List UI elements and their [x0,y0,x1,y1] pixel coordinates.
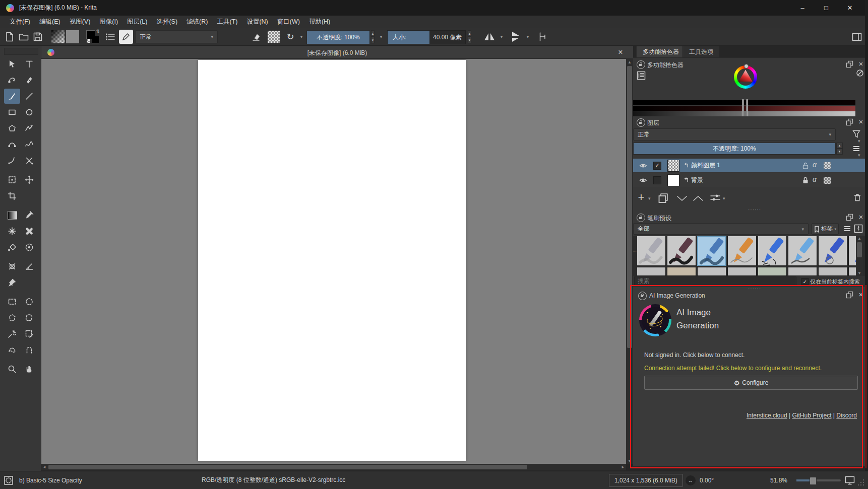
scroll-down-icon[interactable]: ▼ [626,458,633,464]
splitter-handle[interactable] [748,285,761,292]
tool-polygon-select[interactable] [4,310,20,325]
configure-button[interactable]: ⚙ Configure [644,376,858,390]
vscroll-thumb[interactable] [627,66,632,348]
tool-line[interactable] [21,89,37,104]
size-slider[interactable]: 大小: 40.00 像素 [387,30,466,44]
tool-smart-patch[interactable] [21,224,37,239]
layer-opacity-slider[interactable]: 不透明度: 100% [633,143,836,155]
canvas-close-icon[interactable]: × [615,47,626,58]
tool-rectangle[interactable] [4,105,20,120]
layer-inherit-alpha-icon[interactable] [824,177,831,184]
pattern-chooser[interactable] [66,30,79,43]
tool-ellipse[interactable] [21,105,37,120]
tool-reference-images[interactable] [4,275,20,290]
selector-settings-icon[interactable] [637,71,646,80]
tool-similar-color-select[interactable] [21,326,37,341]
strip-handle[interactable] [747,99,748,117]
resize-grip[interactable] [857,478,865,486]
brush-preset[interactable] [788,236,817,266]
chevron-down-icon[interactable]: ▾ [298,30,305,44]
menu-layer[interactable]: 图层(L) [122,16,152,28]
brush-preset[interactable] [667,236,696,266]
add-layer-button[interactable]: + [635,191,647,204]
lock-docker-icon[interactable] [637,214,645,222]
strip-handle[interactable] [742,99,743,117]
layer-visible-icon[interactable] [639,176,647,184]
menu-settings[interactable]: 设置(N) [242,16,272,28]
maximize-button[interactable]: □ [815,0,837,16]
eraser-mode-icon[interactable] [249,30,263,44]
rotation-value[interactable]: 0.00° [700,477,714,484]
preset-grid-scrollbar[interactable]: ▲ ▼ [856,236,863,276]
tool-color-sampler[interactable] [21,207,37,223]
tag-button[interactable]: 标签▾ [812,223,839,235]
scroll-left-icon[interactable]: ◄ [41,464,47,470]
brush-preset[interactable] [758,236,787,266]
monitor-zoom-icon[interactable] [845,476,855,485]
menu-file[interactable]: 文件(F) [5,16,35,28]
lock-docker-icon[interactable] [637,118,645,127]
tab-tool-options[interactable]: 工具选项 [683,46,720,57]
opacity-spinner[interactable]: ▲▼ [369,30,376,43]
scroll-right-icon[interactable]: ► [620,464,626,470]
canvas-vscrollbar[interactable]: ▲ ▼ [626,59,633,464]
brush-preset-partial[interactable] [758,267,787,276]
layer-visible-icon[interactable] [639,162,647,170]
menu-help[interactable]: 帮助(H) [304,16,335,28]
chevron-down-icon[interactable]: ▾ [648,196,651,201]
blending-mode-dropdown[interactable]: 正常▾ [135,30,218,43]
grid-scroll-thumb[interactable] [857,242,862,257]
close-docker-icon[interactable]: × [856,117,865,126]
fg-bg-colors[interactable]: ⇅ [86,30,100,44]
size-spinner[interactable]: ▲▼ [466,30,473,43]
chevron-down-icon[interactable]: ▾ [499,30,505,44]
float-docker-icon[interactable] [846,291,853,299]
duplicate-layer-button[interactable] [658,193,668,203]
no-color-icon[interactable] [856,69,864,77]
canvas-page[interactable] [198,60,466,461]
brush-preset-partial[interactable] [818,267,847,276]
layer-thumbnail[interactable] [667,174,679,186]
tool-zoom[interactable] [4,362,20,377]
brush-preset-partial[interactable] [667,267,696,276]
scroll-up-icon[interactable]: ▲ [856,236,863,241]
layer-filter-icon[interactable] [852,129,861,138]
move-layer-down-button[interactable] [676,195,688,202]
tool-edit-shapes[interactable] [4,72,20,87]
toolbox-drag-handle[interactable] [4,48,38,55]
menu-filter[interactable]: 滤镜(R) [182,16,212,28]
layer-alpha-icon[interactable]: α [813,161,817,169]
layer-unlocked-icon[interactable] [801,162,810,170]
trim-icon[interactable] [535,30,549,44]
close-docker-icon[interactable]: × [856,290,865,299]
mirror-vertical-icon[interactable] [508,30,523,44]
tool-enclose-and-fill[interactable] [21,240,37,255]
tool-colorize-mask[interactable] [4,224,20,239]
workspace-chooser-icon[interactable] [850,30,864,44]
menu-window[interactable]: 窗口(W) [273,16,304,28]
tool-bezier-curve[interactable] [4,137,20,152]
brush-preset-selected[interactable] [697,236,726,266]
tool-text[interactable] [21,56,37,72]
canvas-subwindow-titlebar[interactable]: [未保存图像] (6.0 MiB) × [41,46,633,59]
grid-resize-handle[interactable]: :::::: [633,250,635,251]
color-strip-3[interactable] [633,111,855,116]
menu-image[interactable]: 图像(I) [95,16,122,28]
tool-move[interactable] [21,172,37,187]
scroll-up-icon[interactable]: ▲ [626,59,633,65]
tool-measure[interactable] [21,259,37,274]
tab-advanced-color-selector[interactable]: 多功能拾色器 [636,46,686,57]
tool-polyline[interactable] [21,121,37,136]
search-input[interactable] [634,276,796,286]
chevron-down-icon[interactable]: ▾ [723,196,725,201]
tool-calligraphy[interactable] [21,72,37,87]
color-strip-2[interactable] [633,106,855,111]
brush-filter-dropdown[interactable]: 全部▾ [633,223,809,235]
brush-preset-partial[interactable] [727,267,757,276]
tool-transform[interactable] [4,172,20,187]
link-github-project[interactable]: GitHub Project [792,412,831,419]
search-in-tag-checkbox[interactable]: ✓ [801,278,809,285]
brush-preset-partial[interactable] [697,267,726,276]
brush-preset[interactable] [727,236,757,266]
delete-layer-button[interactable] [853,193,862,202]
